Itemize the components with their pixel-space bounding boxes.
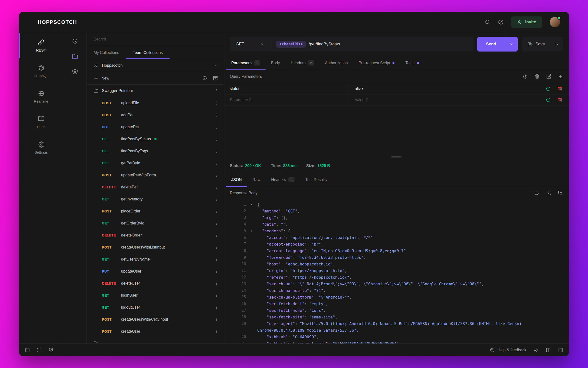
request-item-createuserswithlistinput[interactable]: POST createUsersWithListInput xyxy=(87,241,224,253)
kebab-menu-icon[interactable] xyxy=(214,245,219,250)
param-delete-button[interactable] xyxy=(558,97,563,102)
tab-parameters[interactable]: Parameters 1 xyxy=(226,56,266,70)
kebab-menu-icon[interactable] xyxy=(214,173,219,177)
environments-button[interactable] xyxy=(72,69,78,75)
tab-body[interactable]: Body xyxy=(266,56,285,70)
param-key-input[interactable]: Parameter 2 xyxy=(224,94,349,105)
kebab-menu-icon[interactable] xyxy=(214,161,219,165)
kebab-menu-icon[interactable] xyxy=(214,137,219,141)
team-selector[interactable]: Hoppscotch xyxy=(87,59,224,72)
search-button[interactable] xyxy=(485,19,490,25)
request-item-findpetsbytags[interactable]: GET findPetsByTags xyxy=(87,145,224,157)
kebab-menu-icon[interactable] xyxy=(214,293,219,298)
request-item-createuser[interactable]: POST createUser xyxy=(87,325,224,337)
new-collection-button[interactable]: New xyxy=(94,76,109,81)
save-button[interactable]: Save xyxy=(522,37,551,52)
params-help-button[interactable] xyxy=(523,74,528,79)
kebab-menu-icon[interactable] xyxy=(214,269,219,274)
request-item-loginuser[interactable]: GET loginUser xyxy=(87,289,224,301)
nav-item-rest[interactable]: REST xyxy=(19,33,63,58)
kebab-menu-icon[interactable] xyxy=(214,221,219,225)
param-active-toggle[interactable] xyxy=(546,97,551,102)
kebab-menu-icon[interactable] xyxy=(214,281,219,286)
tab-my-collections[interactable]: My Collections xyxy=(87,46,126,59)
fold-toggle[interactable]: ▾ xyxy=(246,201,257,208)
method-select[interactable]: GET xyxy=(230,37,271,52)
request-item-findpetsbystatus[interactable]: GET findPetsByStatus xyxy=(87,133,224,145)
request-item-logoutuser[interactable]: GET logoutUser xyxy=(87,301,224,313)
request-item-deletepet[interactable]: DELETE deletePet xyxy=(87,181,224,193)
history-button[interactable] xyxy=(72,38,78,44)
param-value-input[interactable]: alive xyxy=(349,87,546,91)
tab-headers[interactable]: Headers 2 xyxy=(285,56,319,70)
param-key-input[interactable]: status xyxy=(224,83,349,94)
pane-resizer[interactable] xyxy=(224,155,569,159)
request-item-getinventory[interactable]: GET getInventory xyxy=(87,193,224,205)
tab-test-results[interactable]: Test Results xyxy=(300,173,332,187)
tab-team-collections[interactable]: Team Collections xyxy=(126,46,170,59)
resize-handle[interactable] xyxy=(391,156,402,158)
collection-folder[interactable]: Swagger Petstore xyxy=(87,85,224,97)
collections-search-input[interactable] xyxy=(94,37,217,41)
request-item-addpet[interactable]: POST addPet xyxy=(87,109,224,121)
nav-item-settings[interactable]: Settings xyxy=(19,135,63,160)
params-add-button[interactable] xyxy=(558,74,563,79)
toggle-right-panel-button[interactable] xyxy=(558,348,563,353)
tab-raw[interactable]: Raw xyxy=(247,173,266,187)
kebab-menu-icon[interactable] xyxy=(214,113,219,117)
column-layout-button[interactable] xyxy=(546,348,551,353)
request-item-getuserbyname[interactable]: GET getUserByName xyxy=(87,253,224,265)
kebab-menu-icon[interactable] xyxy=(214,197,219,201)
import-export-button[interactable] xyxy=(213,76,218,81)
download-response-button[interactable] xyxy=(546,191,551,196)
kebab-menu-icon[interactable] xyxy=(214,89,219,93)
param-value-input[interactable]: Value 2 xyxy=(349,98,546,102)
tab-pre-request-script[interactable]: Pre-request Script xyxy=(353,56,400,70)
kebab-menu-icon[interactable] xyxy=(214,185,219,189)
kebab-menu-icon[interactable] xyxy=(214,257,219,262)
request-item-createuserswitharrayinput[interactable]: POST createUsersWithArrayInput xyxy=(87,313,224,325)
kebab-menu-icon[interactable] xyxy=(214,149,219,153)
request-item-uploadfile[interactable]: POST uploadFile xyxy=(87,97,224,109)
kebab-menu-icon[interactable] xyxy=(214,317,219,322)
kebab-menu-icon[interactable] xyxy=(214,125,219,129)
wrap-lines-button[interactable] xyxy=(535,191,539,196)
fold-toggle[interactable]: ▾ xyxy=(246,228,257,234)
request-item-getorderbyid[interactable]: GET getOrderById xyxy=(87,217,224,229)
nav-item-docs[interactable]: Docs xyxy=(19,109,63,135)
invite-button[interactable]: Invite xyxy=(511,16,542,28)
collections-help-button[interactable] xyxy=(202,76,207,81)
expand-button[interactable] xyxy=(37,348,42,353)
collection-folder-partial[interactable] xyxy=(87,337,224,343)
interceptor-button[interactable] xyxy=(49,348,53,353)
avatar[interactable] xyxy=(550,17,560,27)
nav-item-graphql[interactable]: GraphQL xyxy=(19,58,63,84)
param-delete-button[interactable] xyxy=(558,86,563,91)
tab-tests[interactable]: Tests xyxy=(400,56,424,70)
tab-authorization[interactable]: Authorization xyxy=(319,56,353,70)
url-input[interactable]: <<baseUrl>> /pet/findByStatus xyxy=(271,41,473,48)
kebab-menu-icon[interactable] xyxy=(214,233,219,237)
request-item-updatepet[interactable]: PUT updatePet xyxy=(87,121,224,133)
copy-response-button[interactable] xyxy=(558,191,563,196)
tab-json[interactable]: JSON xyxy=(226,173,247,187)
request-item-deleteuser[interactable]: DELETE deleteUser xyxy=(87,277,224,289)
request-item-deleteorder[interactable]: DELETE deleteOrder xyxy=(87,229,224,241)
save-options-button[interactable] xyxy=(551,37,563,52)
request-item-placeorder[interactable]: POST placeOrder xyxy=(87,205,224,217)
help-feedback-button[interactable]: Help & feedback xyxy=(490,348,526,353)
toggle-sidebar-button[interactable] xyxy=(25,348,30,353)
nav-item-realtime[interactable]: Realtime xyxy=(19,84,63,109)
params-clear-all-button[interactable] xyxy=(535,74,539,79)
param-active-toggle[interactable] xyxy=(546,86,551,91)
send-options-button[interactable] xyxy=(505,37,518,52)
account-button[interactable] xyxy=(498,19,504,25)
kebab-menu-icon[interactable] xyxy=(214,329,219,334)
send-button[interactable]: Send xyxy=(477,37,505,52)
tab-headers[interactable]: Headers 2 xyxy=(266,173,300,187)
params-bulk-edit-button[interactable] xyxy=(546,74,551,79)
kebab-menu-icon[interactable] xyxy=(214,305,219,310)
request-item-getpetbyid[interactable]: GET getPetById xyxy=(87,157,224,169)
collections-button[interactable] xyxy=(72,53,78,59)
kebab-menu-icon[interactable] xyxy=(214,209,219,213)
